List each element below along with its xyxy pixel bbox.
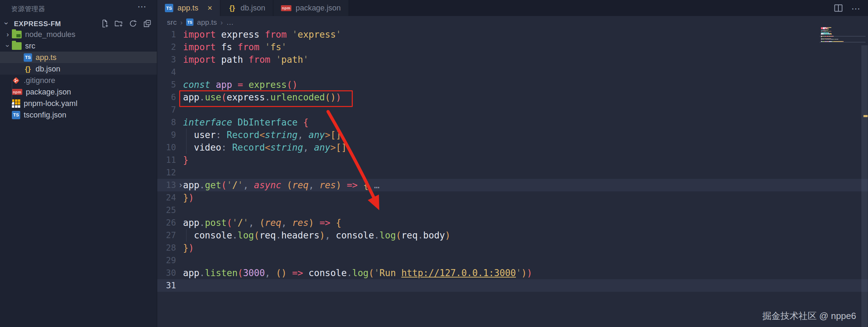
line-number: 2	[157, 41, 176, 53]
file-label: tsconfig.json	[24, 111, 66, 120]
code-line-13[interactable]: 13›app.get('/', async (req, res) => { …	[157, 179, 868, 191]
code-line-10[interactable]: 10 video: Record<string, any>[]	[157, 141, 868, 154]
code-line-29[interactable]: 29	[157, 254, 868, 267]
refresh-icon[interactable]	[128, 19, 138, 30]
line-number: 29	[157, 254, 176, 267]
file-tree: ›node_modules›srcTSapp.ts{}db.json.gitig…	[0, 29, 157, 121]
breadcrumb-separator: ›	[180, 18, 183, 26]
new-file-icon[interactable]	[100, 19, 109, 30]
line-number: 10	[157, 141, 176, 154]
chevron-down-icon: ›	[2, 22, 11, 24]
line-number: 11	[157, 154, 176, 166]
explorer-more-button[interactable]: ⋯	[137, 1, 147, 12]
code-text: video: Record<string, any>[]	[183, 141, 347, 154]
code-line-2[interactable]: 2import fs from 'fs'	[157, 41, 868, 53]
code-line-24[interactable]: 24})	[157, 191, 868, 204]
close-icon[interactable]: ×	[207, 3, 212, 13]
chevron-right-icon: ›	[4, 30, 11, 38]
sidebar-item-node-modules[interactable]: ›node_modules	[0, 29, 157, 40]
sidebar-item-app-ts[interactable]: TSapp.ts	[0, 52, 157, 63]
code-line-12[interactable]: 12	[157, 166, 868, 179]
code-line-26[interactable]: 26app.post('/', (req, res) => {	[157, 216, 868, 229]
file-label: package.json	[26, 88, 71, 97]
code-line-11[interactable]: 11}	[157, 154, 868, 166]
editor-more-button[interactable]: ⋯	[851, 3, 861, 14]
code-editor[interactable]: 1import express from 'express'2import fs…	[157, 28, 868, 292]
braces-icon: {}	[24, 65, 32, 73]
line-number: 25	[157, 204, 176, 216]
ts-gear-icon: TS	[12, 111, 20, 119]
code-line-3[interactable]: 3import path from 'path'	[157, 53, 868, 66]
npm-icon: npm	[12, 89, 22, 95]
code-text: app.listen(3000, () => console.log('Run …	[183, 267, 532, 279]
code-line-27[interactable]: 27 console.log(req.headers), console.log…	[157, 229, 868, 242]
code-text: console.log(req.headers), console.log(re…	[183, 229, 450, 242]
code-line-1[interactable]: 1import express from 'express'	[157, 28, 868, 41]
line-number: 26	[157, 216, 176, 229]
line-number: 12	[157, 166, 176, 179]
sidebar-item-package-json[interactable]: npmpackage.json	[0, 86, 157, 98]
folder-src-icon	[12, 42, 22, 50]
code-line-30[interactable]: 30app.listen(3000, () => console.log('Ru…	[157, 267, 868, 279]
code-text: })	[183, 191, 194, 204]
line-number: 28	[157, 242, 176, 254]
code-line-9[interactable]: 9 user: Record<string, any>[]	[157, 129, 868, 141]
sidebar-item-src[interactable]: ›src	[0, 40, 157, 52]
sidebar-item--gitignore[interactable]: .gitignore	[0, 75, 157, 86]
explorer-toolbar	[100, 19, 152, 30]
sidebar-item-tsconfig-json[interactable]: TStsconfig.json	[0, 109, 157, 121]
folder-npm-icon	[12, 31, 22, 38]
npm-icon: npm	[281, 5, 291, 11]
code-line-31[interactable]: 31	[157, 279, 868, 292]
project-name: EXPRESS-FM	[14, 20, 61, 28]
breadcrumb-item[interactable]: src	[167, 18, 177, 26]
vscode-window: 资源管理器 ⋯ › EXPRESS-FM ›node_modules›srcTS…	[0, 0, 868, 327]
code-text: })	[183, 242, 194, 254]
breadcrumb-item[interactable]: app.ts	[197, 18, 217, 26]
file-label: node_modules	[25, 30, 75, 39]
tab-label: db.json	[241, 3, 265, 13]
code-line-25[interactable]: 25	[157, 204, 868, 216]
tab-db-json[interactable]: {}db.json	[220, 0, 273, 16]
explorer-header: 资源管理器 ⋯	[0, 0, 157, 17]
ts-icon: TS	[186, 18, 193, 26]
code-text: }	[183, 154, 189, 166]
tab-app-ts[interactable]: TSapp.ts×	[157, 0, 220, 17]
new-folder-icon[interactable]	[114, 19, 123, 30]
vertical-scrollbar[interactable]	[861, 45, 868, 327]
tree-indent-guide	[12, 80, 12, 103]
fold-chevron-icon[interactable]: ›	[178, 179, 183, 191]
code-line-28[interactable]: 28})	[157, 242, 868, 254]
minimap[interactable]	[821, 27, 863, 43]
breadcrumb-separator: ›	[220, 18, 223, 26]
code-text: const app = express()	[183, 78, 298, 91]
code-line-4[interactable]: 4	[157, 66, 868, 78]
tab-label: package.json	[296, 3, 341, 13]
tab-package-json[interactable]: npmpackage.json	[273, 0, 349, 16]
file-label: db.json	[36, 64, 60, 74]
line-number: 31	[157, 279, 176, 292]
ts-icon: TS	[24, 53, 32, 62]
code-indent-guide	[186, 129, 186, 154]
minimap-line	[821, 42, 863, 43]
explorer-sidebar: 资源管理器 ⋯ › EXPRESS-FM ›node_modules›srcTS…	[0, 0, 157, 327]
code-text: import express from 'express'	[183, 28, 341, 41]
collapse-all-icon[interactable]	[143, 19, 152, 30]
line-number: 1	[157, 28, 176, 41]
ts-icon: TS	[165, 4, 173, 12]
file-label: src	[25, 41, 35, 51]
pnpm-icon	[12, 99, 20, 108]
code-line-5[interactable]: 5const app = express()	[157, 78, 868, 91]
project-section-header[interactable]: › EXPRESS-FM	[0, 18, 157, 29]
split-editor-icon[interactable]	[833, 3, 844, 15]
editor-tab-bar: TSapp.ts×{}db.jsonnpmpackage.json	[157, 0, 868, 16]
code-indent-guide	[186, 229, 186, 242]
file-label: pnpm-lock.yaml	[24, 99, 77, 108]
sidebar-item-db-json[interactable]: {}db.json	[0, 63, 157, 75]
line-number: 8	[157, 116, 176, 129]
code-text: user: Record<string, any>[]	[183, 129, 341, 141]
code-line-8[interactable]: 8interface DbInterface {	[157, 116, 868, 129]
sidebar-item-pnpm-lock-yaml[interactable]: pnpm-lock.yaml	[0, 98, 157, 109]
breadcrumb-item[interactable]: …	[226, 18, 234, 26]
annotation-highlight-box	[179, 90, 353, 107]
